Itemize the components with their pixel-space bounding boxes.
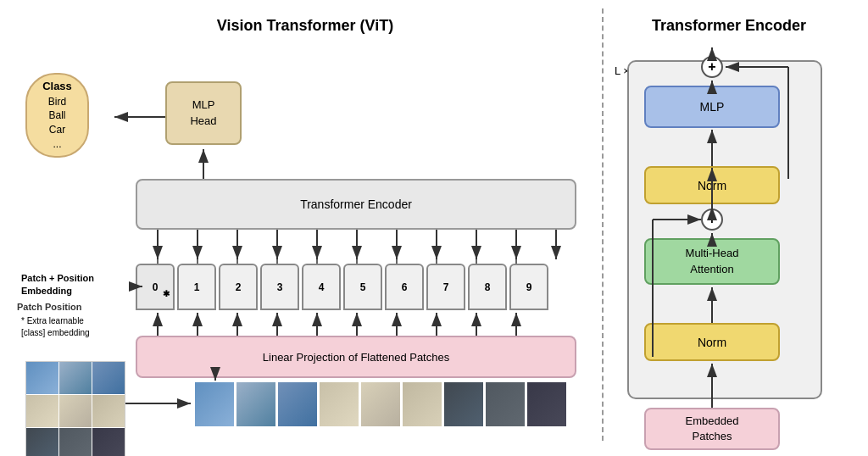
patch-10 bbox=[26, 395, 58, 427]
flat-patch-5 bbox=[403, 382, 442, 426]
token-0: 0 ✱ bbox=[136, 264, 175, 310]
te-norm-upper-label: Norm bbox=[698, 179, 726, 192]
token-9: 9 bbox=[509, 264, 548, 310]
patch-01 bbox=[59, 362, 92, 394]
te-norm-lower: Norm bbox=[644, 323, 780, 361]
embedded-patches-box: EmbeddedPatches bbox=[644, 408, 780, 450]
plus-top-symbol: + bbox=[708, 59, 715, 75]
token-0-label: 0 bbox=[153, 281, 159, 293]
vit-title: Vision Transformer (ViT) bbox=[17, 17, 593, 35]
class-item-ball: Ball bbox=[48, 108, 65, 123]
te-norm-upper: Norm bbox=[644, 166, 780, 204]
flat-patch-1 bbox=[236, 382, 275, 426]
class-box: Class Bird Ball Car ... bbox=[25, 73, 89, 158]
patch-embed-text: Patch + PositionEmbedding bbox=[21, 273, 94, 296]
patch-position-label: Patch Position bbox=[17, 302, 81, 312]
patch-22 bbox=[92, 428, 125, 456]
linear-projection-label: Linear Projection of Flattened Patches bbox=[263, 351, 449, 364]
te-mha-box: Multi-HeadAttention bbox=[644, 238, 780, 285]
te-mlp-label: MLP bbox=[700, 100, 725, 114]
flat-patch-8 bbox=[527, 382, 566, 426]
tokens-row: 0 ✱ 1 2 3 4 5 6 7 8 9 bbox=[136, 264, 576, 310]
flat-patch-2 bbox=[278, 382, 317, 426]
te-mha-label: Multi-HeadAttention bbox=[686, 246, 739, 276]
embedded-patches-label: EmbeddedPatches bbox=[686, 414, 739, 444]
mlp-head-label: MLPHead bbox=[190, 97, 216, 128]
te-section: Transformer Encoder L × + MLP Norm + bbox=[602, 8, 856, 448]
patch-12 bbox=[92, 395, 125, 427]
patch-02 bbox=[92, 362, 125, 394]
token-1: 1 bbox=[177, 264, 216, 310]
flat-patch-0 bbox=[195, 382, 234, 426]
flat-patch-6 bbox=[444, 382, 483, 426]
vit-content: Class Bird Ball Car ... MLPHead Transfor… bbox=[17, 47, 593, 454]
transformer-encoder-label: Transformer Encoder bbox=[300, 197, 412, 211]
token-7: 7 bbox=[426, 264, 465, 310]
patch-20 bbox=[26, 428, 58, 456]
token-5: 5 bbox=[343, 264, 382, 310]
token-0-star: ✱ bbox=[163, 289, 170, 298]
transformer-encoder-box: Transformer Encoder bbox=[136, 179, 576, 230]
patch-embed-label: Patch + PositionEmbedding bbox=[21, 272, 127, 298]
class-item-bird: Bird bbox=[48, 95, 66, 109]
token-4: 4 bbox=[302, 264, 341, 310]
flat-patch-3 bbox=[320, 382, 359, 426]
plus-middle-symbol: + bbox=[708, 212, 715, 227]
te-mlp-box: MLP bbox=[644, 86, 780, 128]
patch-21 bbox=[59, 428, 92, 456]
token-3: 3 bbox=[260, 264, 299, 310]
plus-circle-middle: + bbox=[701, 209, 723, 231]
linear-projection-box: Linear Projection of Flattened Patches bbox=[136, 336, 576, 378]
token-2: 2 bbox=[219, 264, 258, 310]
mlp-head-box: MLPHead bbox=[165, 81, 242, 145]
plus-circle-top: + bbox=[701, 56, 723, 78]
te-content: L × + MLP Norm + Multi-HeadAttention bbox=[610, 43, 848, 450]
class-label: Class bbox=[42, 79, 72, 94]
token-6: 6 bbox=[385, 264, 424, 310]
flat-patch-4 bbox=[361, 382, 400, 426]
vit-section: Vision Transformer (ViT) Class Bird Ball… bbox=[8, 8, 602, 448]
patch-embed-note: * Extra learnable[class] embedding bbox=[21, 315, 131, 339]
patch-11 bbox=[59, 395, 92, 427]
class-item-car: Car bbox=[49, 123, 65, 137]
flattened-patches-row bbox=[195, 382, 566, 426]
source-image-grid bbox=[25, 361, 125, 456]
flat-patch-7 bbox=[486, 382, 525, 426]
te-title: Transformer Encoder bbox=[610, 17, 848, 35]
main-container: Vision Transformer (ViT) Class Bird Ball… bbox=[0, 0, 868, 456]
token-8: 8 bbox=[468, 264, 507, 310]
class-item-dots: ... bbox=[53, 137, 61, 152]
patch-00 bbox=[26, 362, 58, 394]
te-norm-lower-label: Norm bbox=[698, 336, 726, 349]
